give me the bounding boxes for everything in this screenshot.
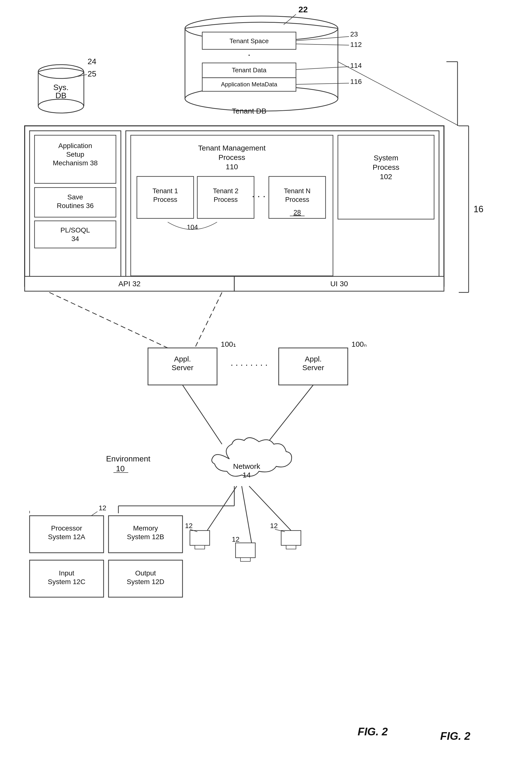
svg-text:Appl.: Appl. <box>174 355 191 363</box>
svg-text:Process: Process <box>153 196 177 203</box>
svg-line-6 <box>284 14 296 25</box>
svg-text:System 12B: System 12B <box>127 533 164 541</box>
svg-text:· · · ·: · · · · <box>252 190 271 201</box>
svg-rect-77 <box>148 348 217 385</box>
svg-line-31 <box>78 75 87 76</box>
svg-text:104: 104 <box>187 224 198 231</box>
svg-text:Output: Output <box>135 569 156 577</box>
svg-text:Environment: Environment <box>106 454 151 463</box>
svg-point-3 <box>185 86 338 111</box>
svg-rect-67 <box>25 276 234 291</box>
svg-line-10 <box>296 37 349 41</box>
svg-text:Process: Process <box>219 153 245 161</box>
svg-text:FIG. 2: FIG. 2 <box>358 725 388 737</box>
svg-text:Sys.: Sys. <box>53 83 69 92</box>
svg-line-12 <box>296 44 349 45</box>
svg-text:Tenant DB: Tenant DB <box>232 107 266 115</box>
svg-text:· · · · · · · ·: · · · · · · · · <box>231 359 268 370</box>
svg-text:18: 18 <box>93 285 100 293</box>
svg-rect-117 <box>30 560 103 597</box>
svg-rect-114 <box>108 516 182 553</box>
svg-text:Mechanism 38: Mechanism 38 <box>53 159 98 167</box>
svg-text:28: 28 <box>294 209 301 216</box>
svg-rect-0 <box>185 14 338 107</box>
svg-text:System: System <box>374 154 398 162</box>
svg-text:UI 30: UI 30 <box>330 279 348 288</box>
svg-text:Tenant 1: Tenant 1 <box>153 187 178 195</box>
svg-rect-39 <box>34 188 116 217</box>
svg-rect-100 <box>281 531 301 545</box>
svg-rect-96 <box>190 531 210 545</box>
svg-text:112: 112 <box>350 41 362 48</box>
svg-text:23: 23 <box>350 30 358 38</box>
svg-text:116: 116 <box>350 78 362 85</box>
svg-line-124 <box>91 511 98 516</box>
svg-text:Processor: Processor <box>51 524 82 532</box>
svg-text:Application: Application <box>58 142 92 150</box>
svg-text:System 12C: System 12C <box>48 578 86 585</box>
svg-text:DB: DB <box>55 91 66 100</box>
svg-point-26 <box>38 65 84 78</box>
svg-rect-53 <box>197 177 254 218</box>
svg-text:24: 24 <box>88 57 97 66</box>
svg-rect-14 <box>202 63 296 78</box>
svg-text:API 32: API 32 <box>118 279 141 288</box>
svg-text:Process: Process <box>373 163 399 171</box>
svg-text:Tenant 2: Tenant 2 <box>213 187 238 195</box>
svg-text:102: 102 <box>380 173 392 181</box>
svg-rect-120 <box>108 560 182 597</box>
svg-text:Tenant Space: Tenant Space <box>230 37 269 45</box>
svg-point-4 <box>185 16 338 41</box>
svg-line-94 <box>242 486 251 543</box>
svg-text:12: 12 <box>185 522 193 530</box>
svg-text:Input: Input <box>59 569 74 577</box>
svg-text:Tenant N: Tenant N <box>284 187 310 195</box>
svg-rect-18 <box>202 78 296 91</box>
diagram: 22 Tenant Space 23 112 · Tenant Data 114… <box>0 0 532 762</box>
svg-line-17 <box>296 67 349 70</box>
svg-rect-50 <box>137 177 194 218</box>
svg-text:Setup: Setup <box>66 151 84 158</box>
svg-rect-34 <box>30 131 121 279</box>
svg-rect-101 <box>286 545 296 549</box>
svg-text:14: 14 <box>242 471 251 479</box>
svg-line-106 <box>275 529 285 532</box>
svg-rect-99 <box>240 558 250 562</box>
svg-text:Network: Network <box>233 462 260 470</box>
svg-text:System 12D: System 12D <box>127 578 165 585</box>
svg-text:Routines 36: Routines 36 <box>57 202 94 209</box>
svg-text:110: 110 <box>226 163 238 171</box>
svg-line-21 <box>296 83 349 84</box>
svg-rect-82 <box>279 348 348 385</box>
svg-line-75 <box>49 292 168 348</box>
svg-line-76 <box>195 292 222 348</box>
svg-text:Tenant Management: Tenant Management <box>198 144 266 152</box>
fig-label: FIG. 2 <box>440 730 470 742</box>
svg-line-93 <box>207 486 237 531</box>
svg-text:Save: Save <box>67 193 83 201</box>
svg-text:Tenant Data: Tenant Data <box>232 66 267 74</box>
svg-point-25 <box>38 99 84 113</box>
svg-text:Process: Process <box>285 196 309 203</box>
svg-rect-7 <box>202 32 296 49</box>
svg-rect-97 <box>195 545 205 549</box>
svg-text:Appl.: Appl. <box>305 355 322 363</box>
svg-text:PL/SOQL: PL/SOQL <box>60 226 90 234</box>
svg-rect-63 <box>338 135 434 219</box>
svg-text:·: · <box>248 49 250 60</box>
svg-text:Server: Server <box>302 363 324 372</box>
svg-rect-32 <box>25 126 444 286</box>
svg-text:100ₙ: 100ₙ <box>352 340 367 348</box>
svg-line-126 <box>338 62 459 126</box>
svg-text:12: 12 <box>232 535 239 543</box>
svg-text:114: 114 <box>350 62 362 69</box>
svg-text:12: 12 <box>99 504 106 512</box>
svg-text:System 12A: System 12A <box>48 533 85 541</box>
svg-text:34: 34 <box>71 235 79 243</box>
svg-text:Process: Process <box>214 196 238 203</box>
svg-text:25: 25 <box>88 69 97 78</box>
svg-rect-35 <box>34 135 116 183</box>
svg-text:Server: Server <box>172 363 193 372</box>
svg-line-105 <box>190 529 197 532</box>
svg-line-86 <box>182 385 222 444</box>
